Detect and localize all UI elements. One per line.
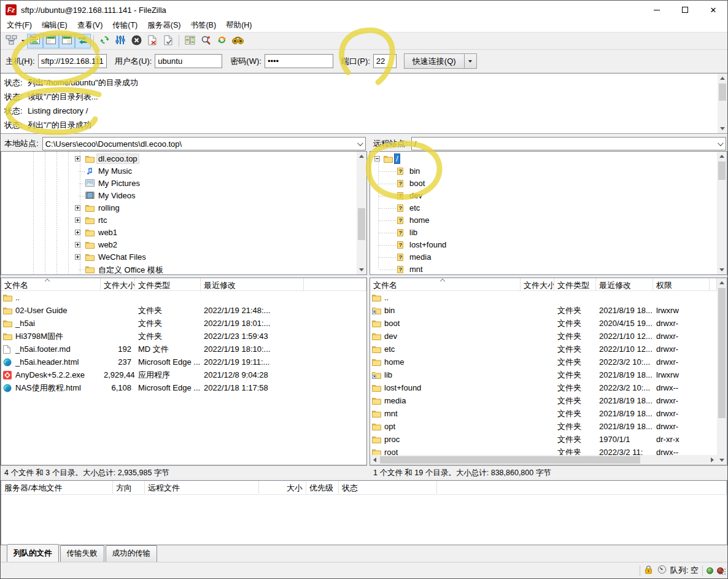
- file-row[interactable]: lost+found文件夹2022/3/2 10:...drwx--: [370, 381, 717, 394]
- file-row[interactable]: boot文件夹2020/4/15 19...drwxr-: [370, 317, 717, 330]
- file-row[interactable]: ..: [1, 291, 366, 304]
- tree-item[interactable]: ?mnt: [370, 263, 727, 275]
- expand-icon[interactable]: [75, 254, 80, 260]
- directory-comparison-button[interactable]: [182, 34, 198, 49]
- host-input[interactable]: [38, 54, 107, 68]
- file-row[interactable]: _h5ai文件夹2022/1/19 18:01:...: [1, 317, 366, 330]
- tree-item[interactable]: 自定义 Office 模板: [1, 263, 366, 275]
- tree-item[interactable]: web2: [1, 239, 366, 251]
- column-header[interactable]: 最近修改: [596, 278, 653, 291]
- cancel-operation-button[interactable]: [128, 34, 144, 49]
- expand-icon[interactable]: [75, 230, 80, 235]
- tree-item[interactable]: ?dev: [370, 190, 727, 202]
- toggle-transfer-queue-button[interactable]: [75, 34, 91, 49]
- tree-item[interactable]: My Music: [1, 165, 366, 177]
- local-path-combo[interactable]: C:\Users\ecoo\Documents\dl.ecoo.top\: [42, 137, 366, 150]
- disconnect-button[interactable]: [144, 34, 160, 49]
- tree-item[interactable]: rtc: [1, 214, 366, 227]
- password-field[interactable]: [265, 54, 333, 68]
- local-tree-scrollbar[interactable]: [357, 152, 366, 274]
- column-header[interactable]: 文件类型: [135, 278, 201, 291]
- file-row[interactable]: media文件夹2021/8/19 18...drwxr-: [370, 394, 717, 407]
- queue-column-header[interactable]: 方向: [113, 481, 145, 494]
- file-row[interactable]: home文件夹2022/3/2 10:...drwxr-: [370, 356, 717, 368]
- tree-item[interactable]: ?lib: [370, 227, 727, 239]
- queue-column-header[interactable]: 服务器/本地文件: [1, 481, 113, 494]
- queue-tab[interactable]: 传输失败: [60, 545, 104, 562]
- file-row[interactable]: opt文件夹2021/8/19 18...drwxr-: [370, 420, 717, 433]
- tree-item[interactable]: ?boot: [370, 177, 727, 190]
- queue-column-header[interactable]: 优先级: [306, 481, 339, 494]
- tree-item[interactable]: dl.ecoo.top: [1, 153, 366, 165]
- file-row[interactable]: ..: [370, 291, 717, 304]
- file-search-button[interactable]: [230, 34, 246, 49]
- vertical-splitter[interactable]: [367, 136, 370, 480]
- tree-item[interactable]: WeChat Files: [1, 251, 366, 263]
- tree-item[interactable]: ?lost+found: [370, 239, 727, 251]
- file-row[interactable]: NAS使用教程.html6,108Microsoft Edge ...2022/…: [1, 381, 366, 394]
- site-manager-button[interactable]: [3, 34, 19, 49]
- username-input[interactable]: [155, 54, 222, 68]
- file-row[interactable]: _h5ai.footer.md192MD 文件2022/1/19 18:10:.…: [1, 343, 366, 356]
- tree-item[interactable]: ?home: [370, 214, 727, 227]
- minimize-button[interactable]: [643, 1, 671, 19]
- collapse-icon[interactable]: [374, 156, 380, 161]
- file-row[interactable]: etc文件夹2022/1/10 12...drwxr-: [370, 343, 717, 356]
- toggle-local-tree-button[interactable]: [43, 34, 59, 49]
- speed-limit-icon[interactable]: [657, 565, 667, 576]
- remote-path-combo[interactable]: /: [411, 137, 726, 150]
- reconnect-button[interactable]: [160, 34, 176, 49]
- tree-item[interactable]: My Pictures: [1, 177, 366, 190]
- toggle-message-log-button[interactable]: [27, 34, 43, 49]
- menu-item[interactable]: 编辑(E): [37, 19, 72, 32]
- expand-icon[interactable]: [75, 205, 80, 211]
- file-row[interactable]: lib文件夹2021/8/19 18...lrwxrw: [370, 368, 717, 381]
- menu-item[interactable]: 书签(B): [185, 19, 221, 32]
- log-scrollbar[interactable]: [718, 74, 727, 133]
- menu-item[interactable]: 帮助(H): [221, 19, 257, 32]
- queue-column-header[interactable]: 大小: [259, 481, 306, 494]
- tree-item[interactable]: ?media: [370, 251, 727, 263]
- column-header[interactable]: 文件名: [1, 278, 101, 291]
- tree-item[interactable]: ?etc: [370, 202, 727, 214]
- file-row[interactable]: bin文件夹2021/8/19 18...lrwxrw: [370, 304, 717, 317]
- menu-item[interactable]: 传输(T): [107, 19, 142, 32]
- filter-settings-button[interactable]: [112, 34, 128, 49]
- tree-item[interactable]: /: [370, 153, 727, 165]
- remote-list-vscrollbar[interactable]: [717, 278, 727, 465]
- remote-tree-scrollbar[interactable]: [717, 152, 727, 274]
- close-button[interactable]: ✕: [699, 1, 727, 19]
- column-header[interactable]: 文件名: [370, 278, 521, 291]
- expand-icon[interactable]: [75, 242, 80, 247]
- site-manager-dropdown[interactable]: [19, 34, 27, 49]
- tree-item[interactable]: ?bin: [370, 165, 727, 177]
- port-input[interactable]: [373, 54, 397, 68]
- column-header[interactable]: 文件类型: [554, 278, 596, 291]
- queue-column-header[interactable]: 远程文件: [145, 481, 259, 494]
- file-row[interactable]: proc文件夹1970/1/1dr-xr-x: [370, 433, 717, 446]
- column-header[interactable]: 权限: [653, 278, 710, 291]
- queue-tab[interactable]: 列队的文件: [7, 544, 59, 562]
- file-row[interactable]: _h5ai.header.html237Microsoft Edge ...20…: [1, 356, 366, 368]
- queue-tab[interactable]: 成功的传输: [106, 545, 158, 562]
- tree-item[interactable]: My Videos: [1, 190, 366, 202]
- menu-item[interactable]: 文件(F): [2, 19, 37, 32]
- expand-icon[interactable]: [75, 217, 80, 223]
- synchronized-browsing-button[interactable]: [214, 34, 230, 49]
- menu-item[interactable]: 服务器(S): [142, 19, 185, 32]
- lock-icon[interactable]: [644, 565, 654, 576]
- file-row[interactable]: dev文件夹2022/1/10 12...drwxr-: [370, 330, 717, 343]
- expand-icon[interactable]: [75, 156, 80, 161]
- queue-column-header[interactable]: 状态: [339, 481, 437, 494]
- file-row[interactable]: Hi3798M固件文件夹2022/1/23 1:59:43: [1, 330, 366, 343]
- quickconnect-button[interactable]: 快速连接(Q): [404, 53, 465, 69]
- refresh-button[interactable]: [96, 34, 112, 49]
- toggle-remote-tree-button[interactable]: [59, 34, 75, 49]
- file-row[interactable]: mnt文件夹2021/8/19 18...drwxr-: [370, 407, 717, 420]
- maximize-button[interactable]: [671, 1, 699, 19]
- column-header[interactable]: 最近修改: [201, 278, 304, 291]
- file-row[interactable]: 02-User Guide文件夹2022/1/19 21:48:...: [1, 304, 366, 317]
- file-row[interactable]: AnyDesk+5.2.2.exe2,929,448应用程序2021/12/8 …: [1, 368, 366, 381]
- column-header[interactable]: 文件大小: [101, 278, 135, 291]
- remote-list-hscrollbar[interactable]: [370, 455, 717, 465]
